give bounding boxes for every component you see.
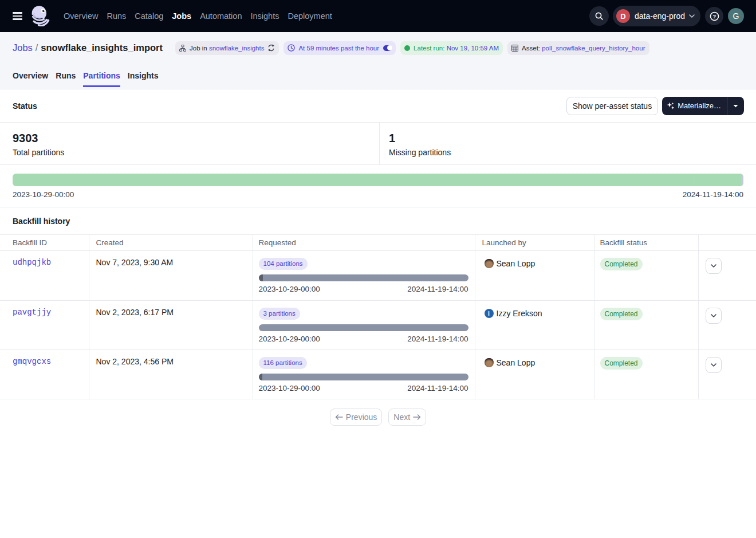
svg-text:?: ? <box>712 13 716 19</box>
